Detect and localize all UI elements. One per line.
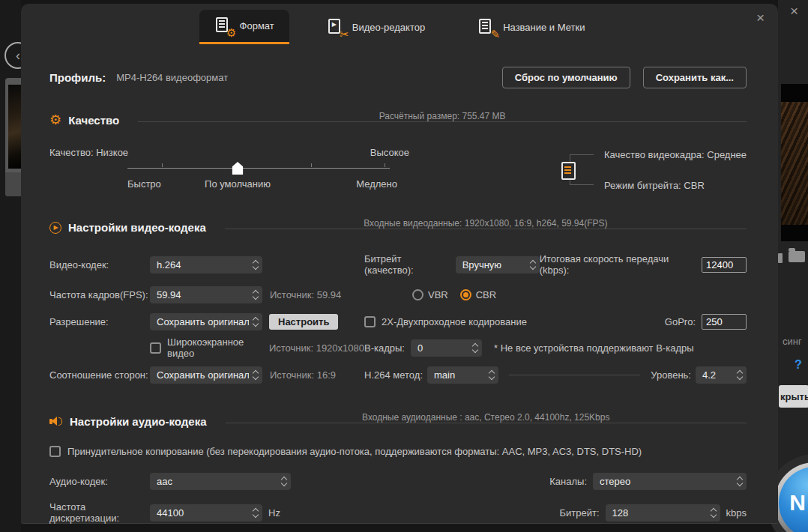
profile-buttons: Сброс по умолчанию Сохранить как... [502,67,747,88]
background-app-left: ‹ [0,0,21,532]
audio-codec-select[interactable]: aac [150,473,291,490]
method-level-divider [509,375,640,375]
twopass-label: 2X-Двухпроходное кодирование [382,316,527,327]
widescreen-checkbox[interactable] [150,342,161,354]
dialog-content: Профиль: MP4-H264 видеоформат Сброс по у… [21,67,778,524]
profile-value: MP4-H264 видеоформат [116,72,228,83]
quality-slider-track[interactable] [127,168,390,169]
adjust-button[interactable]: Настроить [269,314,338,330]
help-icon[interactable]: ? [795,358,802,372]
video-row-widescreen: Широкоэкранное видео Источник: 1920x1080… [49,336,747,359]
chevron-updown-icon [253,509,258,517]
audio-input-info: Входные аудиоданные : aac, Стерео 2.0, 4… [362,412,609,423]
fps-selected: 59.94 [157,289,249,300]
save-as-button[interactable]: Сохранить как... [643,67,747,88]
tab-label: Название и Метки [503,22,585,33]
bitrate-mode-selected: Вручную [462,259,526,270]
aspect-select[interactable]: Сохранить оригинал [150,366,262,384]
chevron-updown-icon [738,477,742,486]
cbr-radio[interactable] [460,289,471,300]
video-codec-select[interactable]: h.264 [150,256,262,273]
video-codec-section: ▶ Настройки видео-кодека Входные видеода… [49,221,747,384]
dialog-close-icon[interactable]: × [756,10,765,26]
preview-letterbox-bottom [781,225,808,241]
force-copy-label: Принудительное копирование (без перекоди… [67,446,642,457]
quality-low-label: Качество: Низкое [49,147,128,158]
screen: ‹ × синг ? крыть N × ⚙ [0,0,808,532]
aspect-selected: Сохранить оригинал [157,369,249,381]
video-codec-selected: h.264 [157,259,249,270]
thumbnail-caption-strip [5,172,21,196]
quality-header: ⚙ Качество Расчётный размер: 755.47 MB [49,113,747,127]
resolution-selected: Сохранить оригинал [157,316,249,327]
tab-format[interactable]: ⚙ Формат [199,10,289,44]
app-close-icon[interactable]: × [790,3,798,19]
samplerate-selected: 44100 [157,507,249,519]
reset-default-button[interactable]: Сброс по умолчанию [502,67,630,88]
profile-row: Профиль: MP4-H264 видеоформат Сброс по у… [49,67,747,88]
quality-slider-handle[interactable] [232,162,244,175]
back-arrow-icon: ‹ [16,48,20,64]
samplerate-label: Частота дискретизации: [49,501,150,524]
twopass-checkbox[interactable] [364,316,376,327]
toolbar-icon-partial [778,253,783,263]
film-scissors-icon: ✂ [327,18,347,37]
audio-codec-selected: aac [157,476,277,487]
play-circle-icon: ▶ [49,222,61,234]
audio-bitrate-select[interactable]: 128 [606,504,720,522]
samplerate-select[interactable]: 44100 [150,504,262,522]
channels-label: Каналы: [549,476,587,487]
aspect-label: Соотношение сторон: [49,369,150,381]
aspect-source: Источник: 16:9 [270,369,336,381]
target-rate-label: Итоговая скорость передачи (kbps): [540,253,697,276]
level-select[interactable]: 4.2 [696,366,747,384]
chevron-updown-icon [282,477,286,486]
folder-icon[interactable] [789,251,805,262]
level-selected: 4.2 [702,369,733,381]
gopro-input[interactable] [702,314,747,330]
audio-row-codec: Аудио-кодек: aac Каналы: стерео [49,473,747,490]
target-rate-input[interactable] [702,257,747,273]
audio-row-samplerate: Частота дискретизации: 44100 Hz Битрейт:… [49,501,747,524]
bitrate-mode-select[interactable]: Вручную [456,256,540,273]
audio-header-line: Входные аудиоданные : aac, Стерео 2.0, 4… [226,423,747,423]
doc-pencil-icon: ✎ [477,18,498,37]
video-input-info: Входные видеоданные: 1920x1080, 16:9, h2… [364,218,607,229]
quality-high-label: Высокое [370,147,409,158]
resolution-select[interactable]: Сохранить оригинал [150,313,262,330]
gopro-label: GoPro: [665,316,696,327]
quality-title: Качество [68,114,119,127]
audio-bitrate-label: Битрейт: [559,507,599,519]
fps-label: Частота кадров(FPS): [49,289,150,300]
tab-video-editor[interactable]: ✂ Видео-редактор [312,10,440,44]
frame-info-block: Качество видеокадра: Среднее Режим битре… [558,149,747,193]
force-copy-checkbox[interactable] [49,446,61,457]
video-row-resolution: Разрешение: Сохранить оригинал Настроить… [49,313,747,330]
bframes-select[interactable]: 0 [411,339,482,357]
vbr-label: VBR [428,289,448,300]
video-row-aspect: Соотношение сторон: Сохранить оригинал И… [49,366,747,384]
h264-method-select[interactable]: main [427,366,498,384]
cbr-label: CBR [476,289,496,300]
fps-select[interactable]: 59.94 [150,286,262,303]
profile-label: Профиль: [49,71,106,84]
channels-select[interactable]: стерео [593,473,747,490]
audio-bitrate-unit: kbps [726,507,747,519]
back-button-partial[interactable]: ‹ [4,42,21,69]
video-preview-partial [781,102,808,225]
bframes-note: * Не все устройства поддерживают B-кадры [494,342,694,354]
vbr-radio[interactable] [412,289,423,300]
slider-tick [162,163,163,167]
bitrate-quality-label: Битрейт (качество): [364,253,451,276]
open-button-partial[interactable]: крыть [779,385,808,408]
tab-label: Видео-редактор [352,22,425,33]
video-codec-title: Настройки видео-кодека [68,221,206,234]
quality-slider [127,168,390,169]
resolution-source: Источник: 1920x1080 [269,342,364,354]
tab-title-tags[interactable]: ✎ Название и Метки [462,10,600,44]
background-partial-text: синг [783,336,802,347]
video-row-codec: Видео-кодек: h.264 Битрейт (качество): В… [49,253,747,276]
quality-slider-bottom-labels: Быстро По умолчанию Медлено [127,178,390,191]
speed-default-label: По умолчанию [205,178,271,190]
preview-letterbox-top [781,84,808,102]
